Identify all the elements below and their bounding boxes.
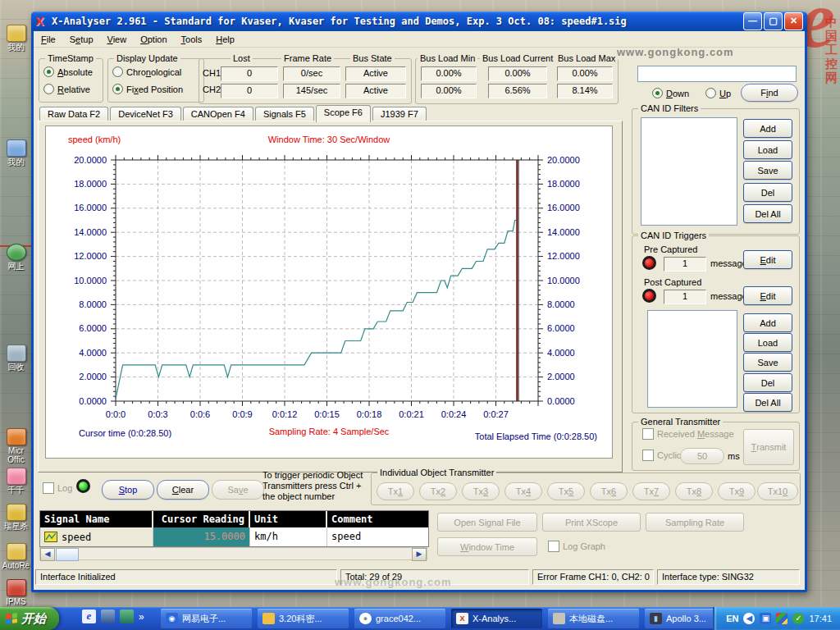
open-signal-file-button[interactable]: Open Signal File: [437, 513, 537, 532]
radio-fixed-position[interactable]: Fixed Position: [112, 84, 183, 94]
tx2-button[interactable]: Tx2: [419, 482, 457, 500]
desktop-icon-network[interactable]: 网上: [1, 244, 31, 271]
desktop-icon-ttplayer[interactable]: 千千: [1, 468, 31, 495]
desktop-icon-autorecover[interactable]: AutoRe: [1, 543, 31, 570]
signal-table-row[interactable]: speed 15.0000 km/h speed: [40, 527, 428, 546]
task-x-analyser[interactable]: X X-Analys...: [451, 609, 542, 628]
menu-setup[interactable]: Setup: [70, 34, 94, 44]
menu-view[interactable]: View: [107, 34, 127, 44]
tab-signals[interactable]: Signals F5: [255, 107, 314, 121]
msn-icon[interactable]: [776, 613, 788, 624]
tx10-button[interactable]: Tx10: [757, 482, 798, 500]
tx1-button[interactable]: Tx1: [377, 482, 414, 500]
desktop-icon-recycle-bin[interactable]: 回收: [1, 345, 31, 372]
received-message-checkbox[interactable]: Received Message: [642, 428, 734, 440]
radio-up[interactable]: Up: [705, 88, 731, 98]
log-checkbox[interactable]: Log: [43, 482, 72, 494]
clear-button[interactable]: Clear: [157, 480, 209, 500]
filter-del-button[interactable]: Del: [743, 183, 792, 202]
clock[interactable]: 17:41: [809, 614, 832, 623]
post-edit-button[interactable]: Edit: [743, 286, 792, 305]
menu-bar: File Setup View Option Tools Help: [34, 31, 805, 48]
radio-absolute[interactable]: Absolute: [43, 66, 93, 77]
desktop-icon-rising-av[interactable]: 瑞星杀: [1, 504, 31, 531]
desktop-icon-ipms[interactable]: IPMS: [1, 579, 31, 606]
filter-load-button[interactable]: Load: [743, 140, 792, 159]
language-indicator[interactable]: EN: [726, 614, 738, 623]
stop-button[interactable]: Stop: [102, 480, 154, 500]
transmit-button[interactable]: Transmit: [743, 429, 794, 465]
menu-file[interactable]: File: [41, 34, 56, 44]
minimize-button[interactable]: —: [743, 12, 762, 30]
close-button[interactable]: ✕: [784, 12, 803, 30]
transmitter-hint-text: To trigger periodic Object Transmitters …: [262, 470, 376, 502]
tx7-button[interactable]: Tx7: [632, 482, 670, 500]
trigger-del-all-button[interactable]: Del All: [743, 393, 792, 412]
scrollbar-thumb[interactable]: [56, 548, 79, 561]
tx9-button[interactable]: Tx9: [718, 482, 756, 500]
task-netease[interactable]: ◉ 网易电子...: [161, 609, 252, 628]
tx4-button[interactable]: Tx4: [504, 482, 542, 500]
pre-captured-count[interactable]: 1: [664, 257, 706, 272]
start-button[interactable]: 开始: [0, 607, 59, 630]
title-bar[interactable]: X X-Analyser 2.961 - Standard for Kvaser…: [31, 11, 807, 31]
tab-scope[interactable]: Scope F6: [316, 105, 371, 122]
menu-tools[interactable]: Tools: [181, 34, 203, 44]
network-icon[interactable]: ▣: [760, 613, 771, 624]
tx3-button[interactable]: Tx3: [462, 482, 500, 500]
radio-down[interactable]: Down: [652, 88, 689, 98]
filter-save-button[interactable]: Save: [743, 161, 792, 180]
tx5-button[interactable]: Tx5: [547, 482, 585, 500]
post-captured-count[interactable]: 1: [664, 290, 706, 304]
svg-text:0:0:24: 0:0:24: [441, 409, 467, 419]
signal-table-hscrollbar[interactable]: ◀ ▶: [39, 547, 427, 560]
pre-edit-button[interactable]: Edit: [743, 250, 792, 269]
save-button[interactable]: Save: [212, 480, 264, 500]
tab-raw-data[interactable]: Raw Data F2: [39, 107, 108, 121]
sampling-rate-button[interactable]: Sampling Rate: [646, 513, 744, 532]
filters-listbox[interactable]: [641, 117, 737, 226]
chevron-more-icon[interactable]: »: [139, 611, 144, 623]
tx6-button[interactable]: Tx6: [590, 482, 628, 500]
umbrella-icon: [7, 504, 26, 521]
triggers-listbox[interactable]: [647, 310, 737, 408]
print-xscope-button[interactable]: Print XScope: [542, 513, 641, 532]
filter-del-all-button[interactable]: Del All: [743, 204, 792, 223]
scope-chart-panel[interactable]: speed (km/h) Window Time: 30 Sec/Window …: [45, 126, 613, 459]
tab-j1939[interactable]: J1939 F7: [372, 107, 427, 121]
svg-text:2.0000: 2.0000: [79, 372, 107, 381]
task-folder[interactable]: 3.20科密...: [258, 609, 349, 628]
cyclic-checkbox[interactable]: Cyclic: [642, 450, 681, 461]
scope-plot[interactable]: 0.00000.00002.00002.00004.00004.00006.00…: [46, 126, 612, 458]
desktop-icon-my-documents[interactable]: 我的: [1, 25, 31, 52]
menu-help[interactable]: Help: [216, 34, 235, 44]
log-graph-checkbox[interactable]: Log Graph: [548, 541, 605, 552]
filter-add-button[interactable]: Add: [743, 119, 792, 138]
tx8-button[interactable]: Tx8: [675, 482, 713, 500]
trigger-del-button[interactable]: Del: [743, 373, 792, 392]
trigger-save-button[interactable]: Save: [743, 353, 792, 372]
find-input[interactable]: [637, 66, 797, 82]
radio-relative[interactable]: Relative: [43, 84, 90, 94]
trigger-load-button[interactable]: Load: [743, 333, 792, 352]
trigger-add-button[interactable]: Add: [743, 313, 792, 332]
find-button[interactable]: Find: [741, 84, 798, 102]
menu-option[interactable]: Option: [140, 34, 167, 44]
tab-devicenet[interactable]: DeviceNet F3: [110, 107, 181, 121]
radio-chronological[interactable]: Chronological: [112, 66, 181, 77]
antivirus-shield-icon[interactable]: ✓: [792, 613, 804, 624]
scroll-left-arrow-icon[interactable]: ◀: [40, 548, 55, 561]
ie-icon[interactable]: e: [82, 609, 96, 623]
tab-canopen[interactable]: CANOpen F4: [183, 107, 253, 121]
cyclic-interval-input[interactable]: 50: [680, 448, 724, 464]
desktop-icon-ms-office[interactable]: Micr Offic: [1, 428, 31, 464]
task-local-disk[interactable]: 本地磁盘...: [548, 609, 639, 628]
maximize-button[interactable]: ▢: [764, 12, 783, 30]
desktop-icon-my-computer[interactable]: 我的: [1, 139, 31, 167]
scroll-right-arrow-icon[interactable]: ▶: [412, 548, 427, 561]
media-player-icon[interactable]: [120, 609, 134, 623]
hide-icons-icon[interactable]: ◀: [743, 613, 755, 624]
window-time-button[interactable]: Window Time: [437, 537, 537, 556]
desktop-icon[interactable]: [101, 609, 115, 623]
task-grace[interactable]: ● grace042...: [354, 609, 445, 628]
